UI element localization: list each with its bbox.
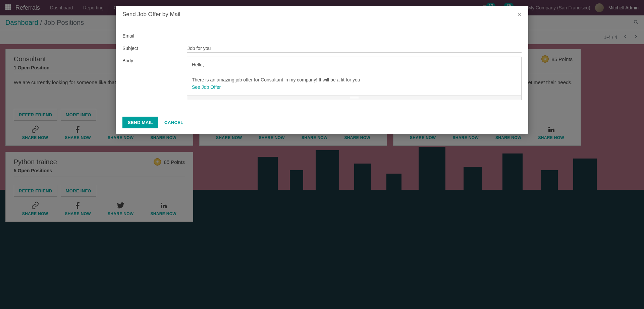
send-mail-button[interactable]: SEND MAIL <box>122 117 158 128</box>
resize-handle[interactable] <box>187 95 521 100</box>
modal-body: Email Subject Job for you Body Hello, Th… <box>116 23 528 111</box>
see-job-offer-link[interactable]: See Job Offer <box>192 83 517 91</box>
subject-input[interactable]: Job for you <box>187 44 522 53</box>
modal-footer: SEND MAIL CANCEL <box>116 111 528 134</box>
email-label: Email <box>122 32 187 40</box>
send-mail-modal: Send Job Offer by Mail × Email Subject J… <box>116 6 528 134</box>
email-input[interactable] <box>187 32 522 40</box>
modal-title: Send Job Offer by Mail <box>122 11 180 18</box>
cancel-button[interactable]: CANCEL <box>164 120 183 125</box>
body-line: There is an amazing job offer for Consul… <box>192 76 517 83</box>
subject-label: Subject <box>122 44 187 53</box>
body-label: Body <box>122 57 187 63</box>
modal-header: Send Job Offer by Mail × <box>116 6 528 23</box>
close-icon[interactable]: × <box>517 11 522 18</box>
body-line: Hello, <box>192 61 517 68</box>
body-editor[interactable]: Hello, There is an amazing job offer for… <box>187 57 522 100</box>
